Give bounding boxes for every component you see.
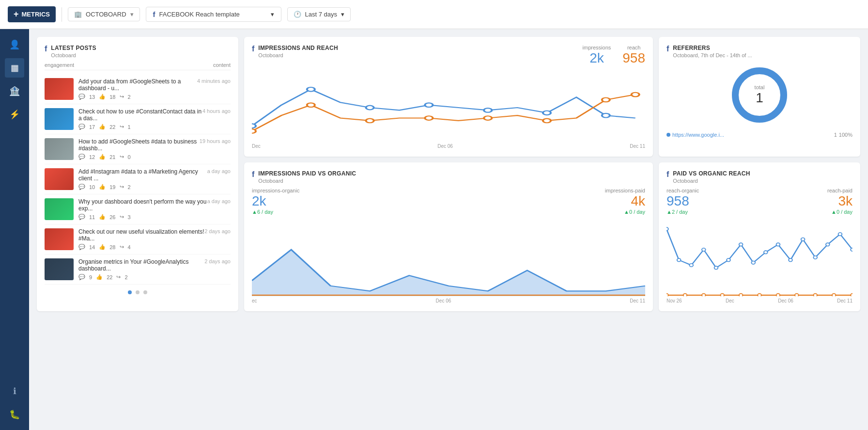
svg-point-31 bbox=[813, 256, 817, 259]
card-subtitle: Octoboard bbox=[258, 52, 338, 58]
pagination-dot-1[interactable] bbox=[128, 290, 132, 294]
organic-delta: ▲6 / day bbox=[252, 209, 449, 215]
post-time: 4 minutes ago bbox=[197, 78, 231, 84]
like-count: 19 bbox=[109, 184, 115, 190]
like-count: 18 bbox=[109, 94, 115, 100]
post-row: Add #Instagram #data to a #Marketing Age… bbox=[78, 168, 231, 184]
sidebar-item-bug[interactable]: 🐛 bbox=[5, 405, 24, 424]
share-icon: ↪ bbox=[120, 94, 124, 100]
share-icon: ↪ bbox=[116, 274, 121, 280]
main-layout: 👤 ▦ 🏦 ⚡ ℹ 🐛 f LATEST POSTS Octoboard eng… bbox=[0, 29, 868, 430]
card-info: PAID VS ORGANIC REACH Octoboard bbox=[673, 170, 750, 184]
post-thumbnail bbox=[45, 168, 74, 190]
posts-table-header: engagement content bbox=[45, 62, 231, 70]
sidebar-item-user[interactable]: 👤 bbox=[5, 35, 24, 54]
x-label-dec06: Dec 06 bbox=[778, 298, 793, 303]
pagination-dot-3[interactable] bbox=[143, 290, 147, 294]
svg-point-39 bbox=[720, 294, 724, 296]
svg-point-32 bbox=[826, 243, 830, 246]
top-navigation: + METRICS 🏢 OCTOBOARD ▾ f FACEBOOK Reach… bbox=[0, 0, 868, 29]
referrer-pct: 100% bbox=[839, 132, 852, 138]
post-stats: 💬 14 👍 28 ↪ 4 bbox=[78, 244, 231, 250]
card-title: REFERRERS bbox=[673, 45, 752, 51]
svg-point-28 bbox=[776, 243, 780, 246]
svg-point-22 bbox=[702, 248, 706, 251]
svg-point-38 bbox=[702, 294, 706, 296]
like-icon: 👍 bbox=[99, 124, 106, 130]
post-item[interactable]: How to add #GoogleSheets #data to busine… bbox=[45, 134, 231, 164]
comment-icon: 💬 bbox=[78, 274, 85, 280]
svg-point-41 bbox=[758, 294, 761, 296]
post-row: Check out our new useful visualization e… bbox=[78, 228, 231, 244]
pagination-dot-2[interactable] bbox=[136, 290, 140, 294]
svg-point-33 bbox=[838, 233, 842, 236]
sidebar-item-bank[interactable]: 🏦 bbox=[5, 81, 24, 101]
post-stats: 💬 10 👍 19 ↪ 2 bbox=[78, 184, 231, 190]
card-header: f PAID VS ORGANIC REACH Octoboard bbox=[666, 170, 852, 184]
svg-point-34 bbox=[851, 248, 852, 251]
svg-point-40 bbox=[739, 294, 743, 296]
date-range-selector[interactable]: 🕐 Last 7 days ▾ bbox=[287, 7, 351, 21]
post-item[interactable]: Organise metrics in Your #GoogleAnalytic… bbox=[45, 255, 231, 285]
template-selector[interactable]: f FACEBOOK Reach template ▾ bbox=[146, 7, 281, 22]
card-info: LATEST POSTS Octoboard bbox=[51, 45, 96, 58]
svg-point-21 bbox=[689, 264, 693, 267]
post-content: Check out how to use #ConstantContact da… bbox=[78, 108, 231, 130]
chevron-down-icon: ▾ bbox=[130, 11, 134, 18]
donut-total-label: total bbox=[755, 84, 765, 90]
comment-icon: 💬 bbox=[78, 184, 85, 190]
share-icon: ↪ bbox=[120, 184, 124, 190]
post-item[interactable]: Why your dashboard doesn't perform the w… bbox=[45, 194, 231, 224]
post-item[interactable]: Add #Instagram #data to a #Marketing Age… bbox=[45, 164, 231, 194]
share-count: 4 bbox=[128, 244, 131, 250]
card-subtitle: Octoboard bbox=[258, 178, 356, 184]
post-text: Why your dashboard doesn't perform the w… bbox=[78, 198, 207, 212]
referrer-url: https://www.google.i... bbox=[672, 132, 724, 138]
referrers-card: f REFERRERS Octoboard, 7th of Dec - 14th… bbox=[659, 37, 860, 157]
latest-posts-card: f LATEST POSTS Octoboard engagement cont… bbox=[37, 37, 238, 311]
referrer-dot bbox=[666, 133, 670, 137]
post-stats: 💬 9 👍 22 ↪ 2 bbox=[78, 274, 231, 280]
facebook-icon: f bbox=[252, 170, 254, 179]
comment-icon: 💬 bbox=[78, 244, 85, 250]
svg-point-27 bbox=[764, 251, 768, 254]
like-icon: 👍 bbox=[96, 274, 103, 280]
svg-point-12 bbox=[543, 119, 551, 123]
svg-point-42 bbox=[776, 294, 780, 296]
organic-label: impressions-organic bbox=[252, 188, 449, 193]
sidebar-item-lightning[interactable]: ⚡ bbox=[5, 105, 24, 124]
card-info: IMPRESSIONS PAID VS ORGANIC Octoboard bbox=[258, 170, 356, 184]
comment-count: 10 bbox=[89, 184, 95, 190]
post-item[interactable]: Add your data from #GoogleSheets to a da… bbox=[45, 74, 231, 104]
post-row: Add your data from #GoogleSheets to a da… bbox=[78, 78, 231, 94]
svg-point-3 bbox=[425, 103, 433, 107]
paid-label: impressions-paid bbox=[449, 188, 645, 193]
post-item[interactable]: Check out our new useful visualization e… bbox=[45, 224, 231, 255]
post-item[interactable]: Check out how to use #ConstantContact da… bbox=[45, 104, 231, 134]
sidebar-item-info[interactable]: ℹ bbox=[5, 382, 24, 401]
post-row: How to add #GoogleSheets #data to busine… bbox=[78, 138, 231, 154]
card-subtitle: Octoboard, 7th of Dec - 14th of ... bbox=[673, 52, 752, 58]
card-subtitle: Octoboard bbox=[673, 178, 750, 184]
post-row: Why your dashboard doesn't perform the w… bbox=[78, 198, 231, 214]
svg-point-43 bbox=[795, 294, 799, 296]
post-row: Organise metrics in Your #GoogleAnalytic… bbox=[78, 258, 231, 274]
svg-marker-17 bbox=[252, 250, 645, 296]
add-metrics-button[interactable]: + METRICS bbox=[8, 6, 56, 22]
svg-point-36 bbox=[666, 294, 668, 296]
like-count: 28 bbox=[109, 244, 115, 250]
comment-icon: 💬 bbox=[78, 214, 85, 220]
sidebar-item-dashboard[interactable]: ▦ bbox=[5, 58, 24, 78]
comment-icon: 💬 bbox=[78, 154, 85, 160]
paid-metric: impressions-paid 4k ▲0 / day bbox=[449, 188, 645, 215]
x-label-dec06: Dec 06 bbox=[437, 143, 453, 149]
share-count: 3 bbox=[128, 214, 131, 220]
board-selector[interactable]: 🏢 OCTOBOARD ▾ bbox=[68, 7, 140, 21]
chevron-down-icon: ▾ bbox=[341, 11, 344, 18]
sidebar: 👤 ▦ 🏦 ⚡ ℹ 🐛 bbox=[0, 29, 29, 430]
svg-point-13 bbox=[602, 98, 610, 102]
reach-paid-value: 3k bbox=[760, 193, 852, 209]
post-time: 19 hours ago bbox=[200, 138, 231, 144]
posts-list: Add your data from #GoogleSheets to a da… bbox=[45, 74, 231, 285]
post-text: Add your data from #GoogleSheets to a da… bbox=[78, 78, 197, 92]
